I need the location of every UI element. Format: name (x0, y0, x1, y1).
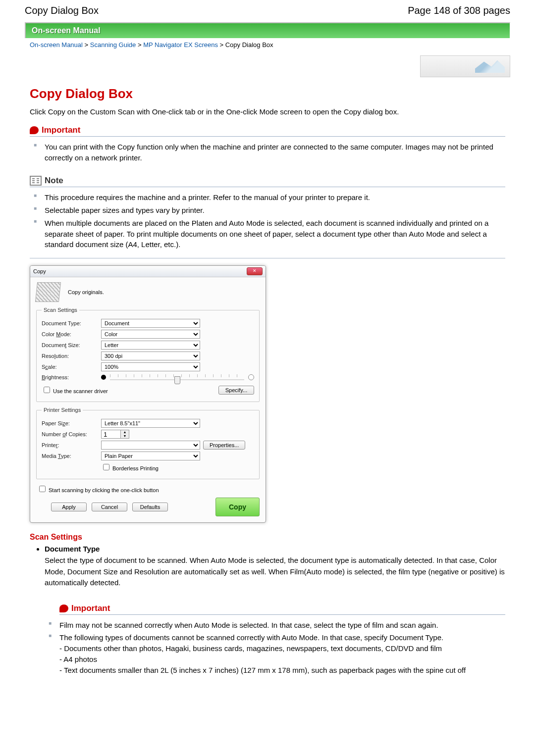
important-item: You can print with the Copy function onl… (42, 141, 505, 164)
important-icon (59, 605, 68, 612)
breadcrumb-link-3[interactable]: MP Navigator EX Screens (143, 41, 218, 49)
resolution-select[interactable]: 300 dpi (101, 352, 200, 360)
number-of-copies-label: Number of Copies: (42, 431, 101, 437)
start-one-click-checkbox[interactable]: Start scanning by clicking the one-click… (37, 484, 260, 494)
note-icon (30, 176, 42, 186)
important-list-2: Film may not be scanned correctly when A… (45, 619, 505, 677)
note-item: Selectable paper sizes and types vary by… (42, 204, 505, 217)
note-heading: Note (30, 168, 505, 187)
dialog-title: Copy (33, 268, 46, 274)
document-type-label: Document Type: (42, 320, 101, 326)
scan-settings-legend: Scan Settings (42, 307, 79, 313)
page-title: Copy Dialog Box (30, 86, 505, 101)
breadcrumb-link-2[interactable]: Scanning Guide (90, 41, 136, 49)
media-type-select[interactable]: Plain Paper (101, 452, 200, 460)
important-heading-1: Important (30, 117, 505, 137)
scale-select[interactable]: 100% (101, 362, 200, 371)
properties-button[interactable]: Properties... (203, 441, 245, 450)
note-item: This procedure requires the machine and … (42, 191, 505, 204)
note-list: This procedure requires the machine and … (30, 191, 505, 251)
important-item: The following types of documents cannot … (56, 631, 505, 676)
close-icon[interactable]: ✕ (247, 267, 263, 275)
copy-button[interactable]: Copy (215, 498, 260, 516)
brand-logo (420, 55, 510, 77)
important-icon (30, 126, 39, 134)
document-type-desc: Select the type of document to be scanne… (45, 555, 505, 589)
document-size-label: Document Size: (42, 342, 101, 348)
note-item: When multiple documents are placed on th… (42, 217, 505, 251)
manual-bar: On-screen Manual (25, 22, 510, 38)
printer-settings-legend: Printer Settings (42, 407, 83, 413)
breadcrumb-current: Copy Dialog Box (225, 41, 273, 49)
brightness-light-icon (248, 374, 254, 380)
use-scanner-driver-checkbox[interactable]: Use the scanner driver (42, 385, 108, 395)
specify-button[interactable]: Specify... (218, 386, 254, 395)
brightness-label: Brightness: (42, 374, 101, 380)
printer-label: Printer: (42, 442, 101, 448)
header-title-left: Copy Dialog Box (25, 5, 99, 16)
resolution-label: Resolution: (42, 353, 101, 359)
separator (30, 258, 505, 258)
paper-size-select[interactable]: Letter 8.5"x11" (101, 419, 200, 428)
important-list-1: You can print with the Copy function onl… (30, 141, 505, 164)
printer-settings-group: Printer Settings Paper Size: Letter 8.5"… (36, 407, 260, 479)
document-type-item: Document Type Select the type of documen… (45, 545, 505, 676)
header-title-right: Page 148 of 308 pages (408, 5, 510, 16)
breadcrumb-link-1[interactable]: On-screen Manual (30, 41, 83, 49)
apply-button[interactable]: Apply (51, 503, 87, 511)
copy-originals-icon (35, 282, 61, 302)
scan-settings-group: Scan Settings Document Type: Document Co… (36, 307, 260, 402)
scale-label: Scale: (42, 364, 101, 370)
dialog-subtitle: Copy originals. (68, 289, 104, 295)
defaults-button[interactable]: Defaults (132, 503, 168, 511)
color-mode-label: Color Mode: (42, 331, 101, 337)
paper-size-label: Paper Size: (42, 420, 101, 426)
printer-select[interactable] (101, 441, 200, 450)
important-item: Film may not be scanned correctly when A… (56, 619, 505, 632)
color-mode-select[interactable]: Color (101, 330, 200, 339)
borderless-printing-checkbox[interactable]: Borderless Printing (101, 462, 159, 472)
important-heading-2: Important (59, 596, 505, 615)
breadcrumb: On-screen Manual > Scanning Guide > MP N… (30, 41, 510, 49)
number-of-copies-stepper[interactable]: ▲▼ (101, 430, 131, 439)
media-type-label: Media Type: (42, 453, 101, 459)
copy-dialog: Copy ✕ Copy originals. Scan Settings Doc… (30, 265, 266, 523)
intro-text: Click Copy on the Custom Scan with One-c… (30, 106, 505, 117)
scan-settings-heading: Scan Settings (30, 533, 505, 542)
brightness-dark-icon (101, 375, 106, 380)
brightness-slider[interactable] (110, 373, 244, 381)
document-type-select[interactable]: Document (101, 319, 200, 328)
document-size-select[interactable]: Letter (101, 341, 200, 350)
cancel-button[interactable]: Cancel (92, 503, 127, 511)
